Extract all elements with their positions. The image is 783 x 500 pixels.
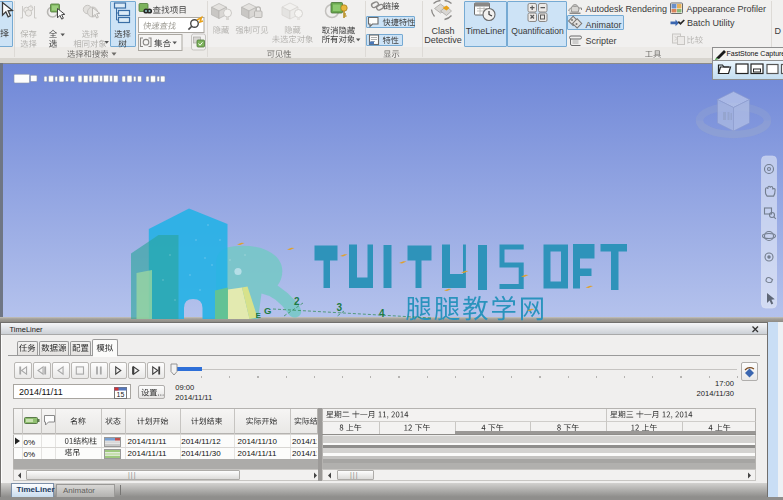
svg-text:3: 3 — [337, 302, 343, 313]
svg-text:15: 15 — [117, 391, 125, 398]
svg-text:G: G — [264, 305, 271, 316]
svg-text:4: 4 — [379, 308, 385, 319]
svg-text:2: 2 — [294, 296, 300, 307]
svg-text:E: E — [256, 311, 262, 320]
